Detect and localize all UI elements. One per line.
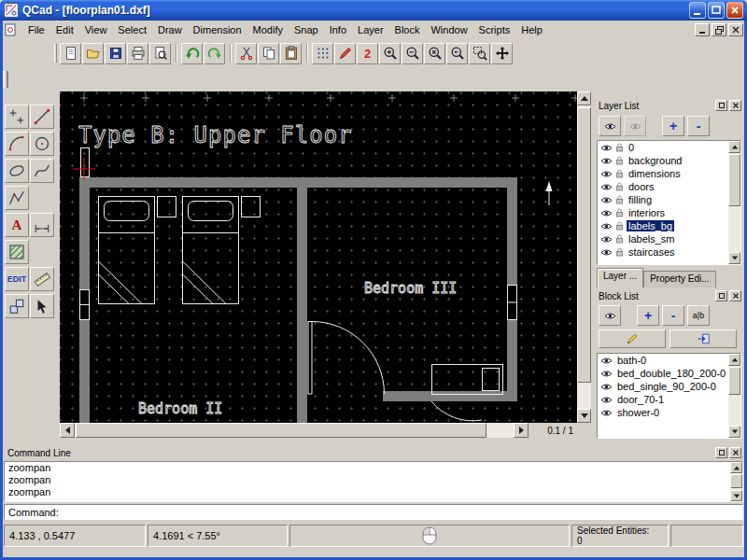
menu-item[interactable]: Layer xyxy=(352,22,389,37)
menu-item[interactable]: Modify xyxy=(247,22,289,37)
line-tool-button[interactable] xyxy=(30,105,54,129)
print-button[interactable] xyxy=(127,43,148,64)
layer-row[interactable]: dimensions xyxy=(598,167,740,180)
menu-item[interactable]: Window xyxy=(425,22,472,37)
layer-lock-icon[interactable] xyxy=(615,182,624,191)
menu-item[interactable]: View xyxy=(79,22,113,37)
text-tool-button[interactable]: A xyxy=(5,213,29,237)
menu-item[interactable]: File xyxy=(22,22,50,37)
add-block-button[interactable]: + xyxy=(637,305,659,326)
layer-lock-icon[interactable] xyxy=(615,247,624,257)
open-file-button[interactable] xyxy=(82,43,104,64)
scroll-left-button[interactable] xyxy=(60,423,75,438)
zoom-in-button[interactable] xyxy=(379,43,401,64)
block-panel-float-button[interactable] xyxy=(715,290,727,301)
menu-item[interactable]: Info xyxy=(324,22,352,37)
mdi-restore-button[interactable] xyxy=(712,23,726,36)
layer-row[interactable]: staircases xyxy=(598,245,740,259)
layer-visible-icon[interactable] xyxy=(600,144,613,152)
scroll-up-button[interactable] xyxy=(728,354,740,366)
mdi-minimize-button[interactable] xyxy=(695,23,710,36)
undo-button[interactable] xyxy=(181,43,203,64)
block-visible-icon[interactable] xyxy=(600,409,613,417)
layer-row[interactable]: filling xyxy=(598,193,740,206)
block-visible-icon[interactable] xyxy=(600,396,613,404)
scroll-right-button[interactable] xyxy=(514,423,529,438)
block-visible-icon[interactable] xyxy=(600,383,613,391)
toolbar-handle[interactable] xyxy=(54,44,57,63)
block-row[interactable]: door_70-1 xyxy=(598,393,740,406)
zoom-auto-button[interactable] xyxy=(424,43,445,64)
measure-tool-button[interactable] xyxy=(30,267,54,291)
insert-block-button[interactable] xyxy=(669,329,737,348)
dock-tab[interactable]: Property Edi... xyxy=(643,271,715,287)
menu-item[interactable]: Select xyxy=(112,22,152,37)
block-visibility-button[interactable] xyxy=(599,305,621,326)
redo-button[interactable] xyxy=(204,43,225,64)
menu-item[interactable]: Edit xyxy=(50,22,79,37)
block-row[interactable]: bed_double_180_200-0 xyxy=(598,367,740,380)
layer-lock-icon[interactable] xyxy=(615,169,624,178)
cut-button[interactable] xyxy=(235,43,257,64)
menu-item[interactable]: Block xyxy=(389,22,426,37)
layer-visible-icon[interactable] xyxy=(600,209,613,217)
layer-list-scrollbar[interactable] xyxy=(728,141,740,264)
add-layer-button[interactable]: + xyxy=(662,116,684,136)
layer-lock-icon[interactable] xyxy=(615,208,624,217)
command-panel-float-button[interactable] xyxy=(715,447,727,458)
arc-tool-button[interactable] xyxy=(5,132,29,156)
zoom-out-button[interactable] xyxy=(402,43,423,64)
zoom-pan-button[interactable] xyxy=(491,43,513,64)
scroll-up-button[interactable] xyxy=(577,91,591,105)
block-scroll-thumb[interactable] xyxy=(728,367,740,395)
menu-item[interactable]: Scripts xyxy=(473,22,516,37)
select-tool-button[interactable] xyxy=(30,294,54,318)
dock-handle[interactable] xyxy=(3,71,8,88)
ellipse-tool-button[interactable] xyxy=(5,159,29,183)
menu-item[interactable]: Help xyxy=(515,22,548,37)
block-row[interactable]: bath-0 xyxy=(598,354,740,367)
circle-tool-button[interactable] xyxy=(30,132,54,156)
new-file-button[interactable] xyxy=(60,43,81,64)
minimize-button[interactable] xyxy=(689,2,706,19)
layer-show-all-button[interactable] xyxy=(599,116,621,136)
rename-block-button[interactable]: a|b xyxy=(687,305,710,326)
command-history-scrollbar[interactable] xyxy=(730,462,742,501)
zoom-window-button[interactable] xyxy=(469,43,490,64)
zoom-previous-button[interactable] xyxy=(446,43,468,64)
block-visible-icon[interactable] xyxy=(600,370,613,378)
layer-row[interactable]: background xyxy=(598,154,740,167)
layer-row[interactable]: doors xyxy=(598,180,740,193)
menu-item[interactable]: Draw xyxy=(152,22,188,37)
layer-row[interactable]: 0 xyxy=(598,141,740,154)
layer-row[interactable]: interiors xyxy=(598,206,740,219)
layer-lock-icon[interactable] xyxy=(615,156,624,165)
vscroll-thumb[interactable] xyxy=(577,107,591,383)
points-tool-button[interactable] xyxy=(5,105,29,129)
copy-button[interactable] xyxy=(258,43,279,64)
scroll-down-button[interactable] xyxy=(577,409,591,423)
polyline-tool-button[interactable] xyxy=(5,186,29,210)
layer-scroll-thumb[interactable] xyxy=(728,154,740,206)
maximize-button[interactable] xyxy=(708,2,725,19)
block-list[interactable]: bath-0 bed_double_180_200-0 bed_single_9… xyxy=(597,353,741,439)
remove-layer-button[interactable]: - xyxy=(687,116,710,136)
edit-mode-button[interactable]: EDIT xyxy=(5,267,29,291)
dimension-tool-button[interactable] xyxy=(30,213,54,237)
layer-lock-icon[interactable] xyxy=(615,221,624,231)
command-scroll-thumb[interactable] xyxy=(730,474,742,488)
layer-hide-all-button[interactable] xyxy=(624,116,646,136)
save-file-button[interactable] xyxy=(105,43,126,64)
layer-visible-icon[interactable] xyxy=(600,196,613,204)
layer-visible-icon[interactable] xyxy=(600,235,613,244)
menu-item[interactable]: Dimension xyxy=(188,22,247,37)
layer-row[interactable]: labels_bg xyxy=(598,219,740,232)
block-list-scrollbar[interactable] xyxy=(728,354,740,438)
block-visible-icon[interactable] xyxy=(600,357,613,365)
block-row[interactable]: shower-0 xyxy=(598,406,740,419)
spline-tool-button[interactable] xyxy=(30,159,54,183)
remove-block-button[interactable]: - xyxy=(662,305,684,326)
draft-pen-button[interactable] xyxy=(334,43,356,64)
print-preview-button[interactable] xyxy=(149,43,171,64)
hatch-tool-button[interactable] xyxy=(5,240,29,264)
